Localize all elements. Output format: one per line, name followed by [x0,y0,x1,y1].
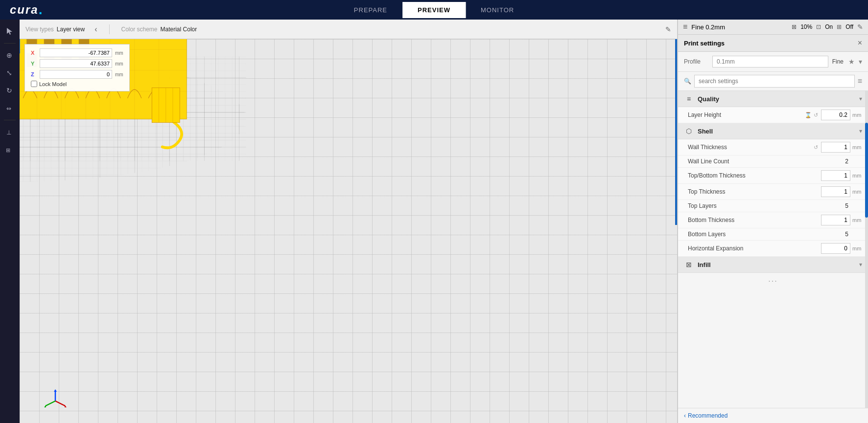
svg-text:⊥: ⊥ [6,129,11,136]
svg-text:⊞: ⊞ [6,147,10,153]
support-value: On [825,23,833,30]
bottom-thickness-input[interactable] [821,215,850,225]
x-label: X [31,50,37,56]
view-types-value[interactable]: Layer view [57,26,85,33]
tool-select[interactable] [2,23,18,39]
top-thickness-label: Top Thickness [688,188,821,195]
recommended-label: Recommended [688,412,727,419]
top-bottom-thickness-label: Top/Bottom Thickness [688,172,821,179]
settings-top-bar: ≡ Fine 0.2mm ⊠ 10% ⊡ On ⊞ Off ✎ [678,20,868,35]
profile-star-btn[interactable]: ★ [848,58,855,66]
topbar: cura. PREPARE PREVIEW MONITOR [0,0,868,20]
lock-model-row: Lock Model [31,81,123,87]
profile-fine-label: Fine [832,58,844,65]
top-layers-row: Top Layers 5 [678,200,868,212]
adhesion-value: Off [845,23,853,30]
scrollbar-indicator [675,39,677,225]
bottom-layers-label: Bottom Layers [688,231,845,238]
color-scheme-group: Color scheme Material Color [121,26,197,33]
support-icon: ⊡ [816,23,821,30]
nav-tabs: PREPARE PREVIEW MONITOR [339,2,529,18]
tool-layer[interactable]: ⊞ [2,142,18,157]
lock-model-checkbox[interactable] [31,81,37,87]
print-settings-titlebar: Print settings × [678,35,868,52]
view-types-group: View types Layer view [25,26,85,33]
lock-model-label: Lock Model [39,81,67,87]
quality-section-title: Quality [698,95,859,103]
layer-height-reset-icon[interactable]: ↺ [814,112,818,118]
color-scheme-value[interactable]: Material Color [161,26,197,33]
viewport[interactable]: View types Layer view ‹ Color scheme Mat… [20,20,677,423]
shell-section-header[interactable]: ⬡ Shell ▾ [678,123,868,139]
wall-thickness-unit: mm [852,144,862,150]
layer-height-link-icon[interactable]: ⌛ [805,112,812,118]
tab-preview[interactable]: PREVIEW [402,2,466,18]
y-unit: mm [115,61,123,67]
shell-section-chevron: ▾ [859,128,862,134]
tool-mirror[interactable]: ⇔ [2,100,18,116]
shell-section-icon: ⬡ [684,127,694,135]
svg-marker-0 [7,28,12,35]
profile-chevron-btn[interactable]: ▾ [859,58,862,66]
layer-height-row: Layer Height ⌛ ↺ mm [678,107,868,123]
top-thickness-row: Top Thickness mm [678,184,868,200]
left-toolbar: ⊕ ⤡ ↻ ⇔ ⊥ ⊞ [0,20,20,423]
tab-prepare[interactable]: PREPARE [339,2,402,18]
y-input[interactable] [40,59,112,68]
top-layers-label: Top Layers [688,202,845,209]
more-dots: ... [678,273,868,286]
settings-profile-icon: ≡ [683,22,687,31]
print-settings-close-btn[interactable]: × [858,39,862,47]
top-bottom-thickness-row: Top/Bottom Thickness mm [678,168,868,184]
layer-height-icons: ⌛ ↺ [805,112,818,118]
z-label: Z [31,71,37,77]
collapse-toolbar-btn[interactable]: ‹ [94,25,97,34]
x-input[interactable] [40,48,112,57]
profile-row: Profile Fine ★ ▾ [678,52,868,72]
logo: cura. [10,2,43,18]
wall-line-count-value: 2 [845,158,848,165]
search-input[interactable] [694,75,855,88]
wall-thickness-input[interactable] [821,142,850,153]
settings-edit-btn[interactable]: ✎ [857,23,863,31]
y-label: Y [31,61,37,67]
z-coordinate-row: Z mm [31,70,123,79]
layer-height-input[interactable] [821,110,850,120]
toolbar-edit-btn[interactable]: ✎ [665,25,671,33]
adhesion-icon: ⊞ [837,23,842,30]
top-bottom-thickness-input[interactable] [821,170,850,181]
quality-section-header[interactable]: ≡ Quality ▾ [678,91,868,107]
top-thickness-input[interactable] [821,186,850,197]
tab-monitor[interactable]: MONITOR [466,2,529,18]
x-coordinate-row: X mm [31,48,123,57]
y-coordinate-row: Y mm [31,59,123,68]
layer-height-unit: mm [852,112,862,118]
tool-rotate[interactable]: ↻ [2,83,18,98]
tool-move[interactable]: ⊕ [2,47,18,63]
scrollbar-thumb[interactable] [865,123,868,218]
bottom-layers-row: Bottom Layers 5 [678,228,868,241]
bottom-thickness-label: Bottom Thickness [688,217,821,223]
wall-thickness-reset-icon[interactable]: ↺ [814,144,818,151]
scrollbar-track [865,91,868,408]
recommended-chevron-icon: ‹ [684,412,686,419]
tool-scale[interactable]: ⤡ [2,65,18,81]
settings-footer: ‹ Recommended [678,408,868,423]
bottom-layers-value: 5 [845,231,848,238]
settings-content: ≡ Quality ▾ Layer Height ⌛ ↺ mm ⬡ Shell … [678,91,868,408]
svg-text:↻: ↻ [6,87,12,94]
horizontal-expansion-input[interactable] [821,243,850,254]
settings-menu-btn[interactable]: ≡ [858,77,862,86]
settings-profile-name: Fine 0.2mm [691,23,788,31]
horizontal-expansion-unit: mm [852,245,862,251]
z-input[interactable] [40,70,112,79]
infill-section-header[interactable]: ⊠ Infill ▾ [678,257,868,273]
bottom-thickness-unit: mm [852,217,862,223]
search-row: 🔍 ≡ [678,72,868,91]
coordinate-display: X mm Y mm Z mm Lock Model [24,44,130,91]
wall-line-count-row: Wall Line Count 2 [678,156,868,168]
profile-input[interactable] [712,56,828,67]
recommended-btn[interactable]: ‹ Recommended [684,412,727,419]
tool-support[interactable]: ⊥ [2,124,18,140]
connector-piece [152,88,180,123]
